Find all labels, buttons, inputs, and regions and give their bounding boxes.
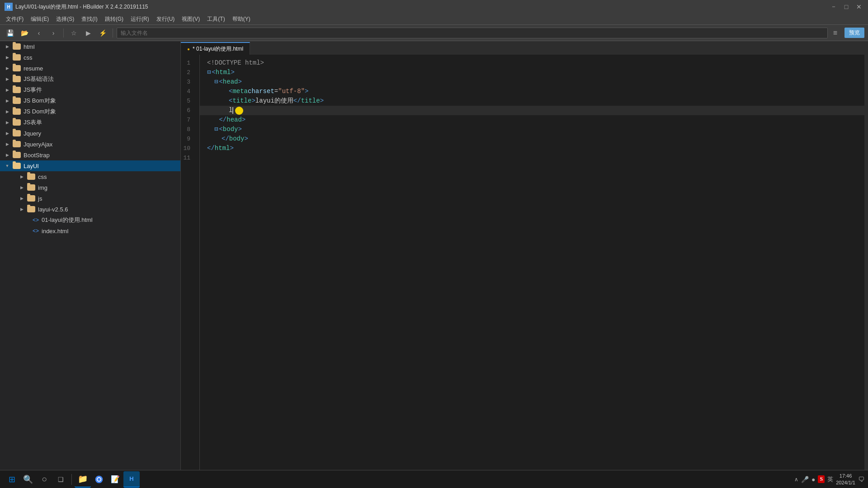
code-container[interactable]: <!DOCTYPE html> ⊟ <html> ⊟ <head> <meta … — [200, 55, 864, 474]
editor-tab-main[interactable]: ● * 01-layui的使用.html — [181, 42, 250, 55]
toolbar-star-btn[interactable]: ☆ — [67, 27, 80, 39]
taskbar-explorer-btn[interactable]: 📁 — [75, 471, 91, 488]
folder-icon-jsarray — [13, 119, 21, 126]
taskbar-up-arrow[interactable]: ∧ — [794, 476, 798, 483]
menu-run[interactable]: 运行(R) — [127, 14, 153, 24]
taskbar-search-btn[interactable]: 🔍 — [20, 471, 36, 488]
sidebar-item-jsdom[interactable]: JS Dom对象 — [0, 106, 180, 117]
menu-edit[interactable]: 编辑(E) — [27, 14, 52, 24]
sidebar-item-jsbasic[interactable]: JS基础语法 — [0, 74, 180, 84]
tag-open-html: < — [212, 68, 215, 77]
tree-arrow-layui[interactable] — [4, 162, 11, 169]
code-line-7: ⊟ </head> — [200, 115, 864, 125]
menu-select[interactable]: 选择(S) — [52, 14, 78, 24]
file-search-input[interactable] — [117, 28, 828, 38]
taskbar-hbuilder-btn[interactable]: H — [123, 471, 140, 488]
tree-arrow-css[interactable] — [4, 54, 11, 61]
sidebar-item-layui[interactable]: LayUI — [0, 160, 180, 171]
menu-jump[interactable]: 跳转(G) — [101, 14, 127, 24]
sidebar-item-layui-js[interactable]: js — [0, 193, 180, 204]
taskbar-mic-icon[interactable]: 🎤 — [801, 476, 809, 483]
code-line-5: <title>layui的使用</title> — [200, 96, 864, 106]
tree-arrow-layui-css[interactable] — [18, 173, 25, 180]
tree-arrow-jsevent[interactable] — [4, 86, 11, 94]
tree-arrow-layui-img[interactable] — [18, 184, 25, 191]
tree-arrow-jsarray[interactable] — [4, 119, 11, 126]
tree-arrow-jsdom[interactable] — [4, 108, 11, 115]
sidebar-item-css[interactable]: css — [0, 52, 180, 63]
sidebar-item-jquery[interactable]: Jquery — [0, 128, 180, 139]
toolbar-run-btn[interactable]: ▶ — [82, 27, 94, 39]
sidebar-label-file2: index.html — [42, 228, 68, 235]
toolbar-back-btn[interactable]: ‹ — [33, 27, 45, 39]
sidebar-item-html[interactable]: html — [0, 41, 180, 52]
sidebar-item-jqueryajax[interactable]: JqueryAjax — [0, 139, 180, 150]
taskbar-chrome-btn[interactable] — [91, 471, 107, 488]
toolbar-open-btn[interactable]: 📂 — [18, 27, 31, 39]
sidebar-item-layui-css[interactable]: css — [0, 171, 180, 182]
fold-icon-body[interactable]: ⊟ — [214, 125, 218, 134]
taskbar-windows-btn[interactable]: ⊞ — [4, 471, 20, 488]
sidebar-label-file1: 01-layui的使用.html — [42, 216, 93, 224]
title-bar-controls[interactable]: － □ ✕ — [829, 2, 863, 11]
menu-file[interactable]: 文件(F) — [2, 14, 27, 24]
taskbar-notepad-btn[interactable]: 📝 — [107, 471, 123, 488]
tree-arrow-resume[interactable] — [4, 65, 11, 72]
sidebar-item-layui-img[interactable]: img — [0, 182, 180, 193]
tree-arrow-bootstrap[interactable] — [4, 151, 11, 159]
toolbar-save-btn[interactable]: 💾 — [4, 27, 16, 39]
minimize-button[interactable]: － — [829, 2, 838, 11]
tree-arrow-jsbasic[interactable] — [4, 75, 11, 83]
menu-help[interactable]: 帮助(Y) — [229, 14, 254, 24]
folder-icon-resume — [13, 65, 21, 71]
maximize-button[interactable]: □ — [842, 2, 851, 11]
tree-arrow-jqueryajax[interactable] — [4, 141, 11, 148]
taskbar-sogou-icon[interactable]: S — [818, 475, 825, 483]
sidebar-label-jquery: Jquery — [24, 130, 41, 137]
toolbar-forward-btn[interactable]: › — [47, 27, 60, 39]
taskbar-lang-icon[interactable]: 英 — [827, 475, 833, 483]
taskbar-circle-icon[interactable]: ● — [811, 476, 815, 483]
tag-open-title: < — [229, 96, 232, 106]
svg-point-2 — [98, 478, 101, 481]
fold-icon-html[interactable]: ⊟ — [207, 68, 211, 77]
taskbar-taskview-btn[interactable]: ❑ — [52, 471, 69, 488]
fold-icon-head[interactable]: ⊟ — [214, 77, 218, 87]
tag-close-title-slash: </ — [293, 96, 301, 106]
menu-view[interactable]: 视图(V) — [178, 14, 203, 24]
sidebar-item-jsevent[interactable]: JS事件 — [0, 84, 180, 95]
editor-scrollbar[interactable] — [864, 55, 868, 474]
line-num-8: 8 — [181, 125, 195, 134]
toolbar-filter-btn[interactable]: ≡ — [830, 27, 841, 39]
sidebar-item-layui-version[interactable]: layui-v2.5.6 — [0, 204, 180, 215]
folder-icon-layui-js — [27, 195, 35, 202]
code-line-2: ⊟ <html> — [200, 68, 864, 77]
taskbar-notification-icon[interactable]: 🗨 — [858, 476, 864, 483]
line-num-5: 5 — [181, 96, 195, 106]
attr-eq: = — [274, 87, 278, 96]
toolbar-debug-btn[interactable]: ⚡ — [96, 27, 109, 39]
close-button[interactable]: ✕ — [854, 2, 863, 11]
editor-content[interactable]: 1 2 3 4 5 6 7 8 9 10 11 <!DOCTYPE html> — [181, 55, 868, 474]
sidebar-item-file1[interactable]: <> 01-layui的使用.html — [0, 215, 180, 225]
tree-arrow-jquery[interactable] — [4, 130, 11, 137]
menu-publish[interactable]: 发行(U) — [153, 14, 179, 24]
tag-name-head: head — [223, 77, 238, 87]
preview-button[interactable]: 预览 — [844, 28, 864, 38]
title-bar: H LayUI/01-layui的使用.html - HBuilder X 2.… — [0, 0, 868, 14]
menu-tools[interactable]: 工具(T) — [203, 14, 228, 24]
tag-close-head: > — [238, 77, 241, 87]
tree-arrow-jsbom[interactable] — [4, 97, 11, 104]
tree-arrow-html[interactable] — [4, 43, 11, 50]
tag-name-meta: meta — [232, 87, 248, 96]
sidebar-item-jsbom[interactable]: JS Bom对象 — [0, 95, 180, 106]
chrome-icon — [94, 475, 104, 484]
sidebar-item-resume[interactable]: resume — [0, 63, 180, 74]
taskbar-cortana-btn[interactable]: ○ — [36, 471, 52, 488]
sidebar-item-jsarray[interactable]: JS表单 — [0, 117, 180, 128]
tree-arrow-layui-js[interactable] — [18, 195, 25, 202]
sidebar-item-bootstrap[interactable]: BootStrap — [0, 150, 180, 160]
menu-find[interactable]: 查找(I) — [78, 14, 101, 24]
sidebar-item-file2[interactable]: <> index.html — [0, 225, 180, 236]
tree-arrow-layui-version[interactable] — [18, 206, 25, 213]
